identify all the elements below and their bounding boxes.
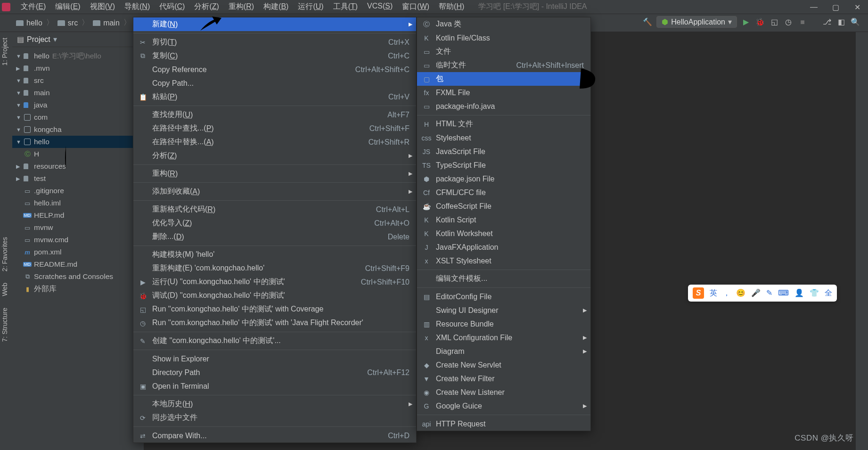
debug-button[interactable]: 🐞 xyxy=(755,17,765,27)
tree-node[interactable]: ▭.gitignore xyxy=(12,185,144,197)
menu-item[interactable]: JJavaFXApplication xyxy=(417,240,590,254)
menu-item[interactable]: Copy ReferenceCtrl+Alt+Shift+C xyxy=(133,63,416,76)
menu-重构[interactable]: 重构(R) xyxy=(224,0,259,14)
tree-node[interactable]: ⧉Scratches and Consoles xyxy=(12,270,144,283)
menu-item[interactable]: Swing UI Designer▶ xyxy=(417,303,590,317)
menu-item[interactable]: 本地历史(H)▶ xyxy=(133,397,416,411)
menu-导航[interactable]: 导航(N) xyxy=(120,0,155,14)
menu-item[interactable]: ◷Run ''com.kongchao.hello' 中的测试' with 'J… xyxy=(133,316,416,330)
menu-item[interactable]: 编辑文件模板... xyxy=(417,272,590,286)
run-configuration-selector[interactable]: ⬢ HelloApplication ▾ xyxy=(656,16,737,28)
menu-item[interactable]: ▣Open in Terminal xyxy=(133,379,416,393)
tree-node[interactable]: com xyxy=(12,111,144,123)
ime-segment[interactable]: 😊 xyxy=(736,288,745,298)
profiler-button[interactable]: ◷ xyxy=(783,17,794,27)
menu-item[interactable]: Diagram▶ xyxy=(417,344,590,358)
menu-窗口[interactable]: 窗口(W) xyxy=(397,0,434,14)
breadcrumb-segment[interactable]: main xyxy=(91,18,122,28)
menu-item[interactable]: 在路径中查找...(P)Ctrl+Shift+F xyxy=(133,122,416,135)
tree-node[interactable]: mpom.xml xyxy=(12,246,144,258)
tree-node[interactable]: MDREADME.md xyxy=(12,258,144,270)
menu-item[interactable]: 优化导入(Z)Ctrl+Alt+O xyxy=(133,216,416,230)
menu-VCS[interactable]: VCS(S) xyxy=(362,0,397,14)
menu-运行[interactable]: 运行(U) xyxy=(293,0,328,14)
context-menu[interactable]: 新建(N)▶✂剪切(T)Ctrl+X⧉复制(C)Ctrl+CCopy Refer… xyxy=(133,17,417,443)
tree-node[interactable]: src xyxy=(12,74,144,87)
menu-item[interactable]: TSTypeScript File xyxy=(417,158,590,172)
menu-item[interactable]: ✎创建 ''com.kongchao.hello' 中的测试'... xyxy=(133,334,416,348)
menu-item[interactable]: KKotlin Script xyxy=(417,213,590,227)
menu-item[interactable]: ✂剪切(T)Ctrl+X xyxy=(133,35,416,49)
menu-item[interactable]: ▥Resource Bundle xyxy=(417,317,590,331)
menu-item[interactable]: GGoogle Guice▶ xyxy=(417,399,590,413)
menu-item[interactable]: 在路径中替换...(A)Ctrl+Shift+R xyxy=(133,135,416,149)
menu-item[interactable]: ⬢package.json File xyxy=(417,172,590,186)
stop-button[interactable]: ■ xyxy=(797,17,808,27)
menu-item[interactable]: ⧉复制(C)Ctrl+C xyxy=(133,49,416,63)
menu-item[interactable]: xXML Configuration File▶ xyxy=(417,331,590,344)
menu-item[interactable]: apiHTTP Request xyxy=(417,417,590,431)
menu-item[interactable]: HHTML 文件 xyxy=(417,117,590,131)
menu-item[interactable]: Copy Path... xyxy=(133,76,416,90)
tree-node[interactable]: kongcha xyxy=(12,123,144,136)
menu-item[interactable]: CfCFML/CFC file xyxy=(417,186,590,199)
side-tab-web[interactable]: Web xyxy=(0,277,9,302)
ime-segment[interactable]: 全 xyxy=(825,288,832,298)
tree-node[interactable]: helloE:\学习吧\hello xyxy=(12,50,144,62)
minimize-button[interactable]: — xyxy=(803,0,825,14)
tree-node[interactable]: ▭hello.iml xyxy=(12,197,144,209)
menu-item[interactable]: ▭文件 xyxy=(417,45,590,58)
tree-node[interactable]: MDHELP.md xyxy=(12,209,144,221)
menu-视图[interactable]: 视图(V) xyxy=(85,0,120,14)
menu-item[interactable]: 添加到收藏(A)▶ xyxy=(133,185,416,198)
menu-代码[interactable]: 代码(C) xyxy=(155,0,189,14)
tree-node[interactable]: ▭mvnw xyxy=(12,221,144,234)
build-button[interactable]: 🔨 xyxy=(642,17,653,27)
menu-item[interactable]: ▭临时文件Ctrl+Alt+Shift+Insert xyxy=(417,58,590,72)
menu-item[interactable]: 重构(R)▶ xyxy=(133,167,416,180)
tree-node[interactable]: .mvn xyxy=(12,62,144,74)
menu-item[interactable]: cssStylesheet xyxy=(417,131,590,145)
ime-segment[interactable]: 🎤 xyxy=(751,288,761,298)
tree-node[interactable]: java xyxy=(12,99,144,111)
project-tree[interactable]: helloE:\学习吧\hello.mvnsrcmainjavacomkongc… xyxy=(12,47,144,298)
layout-button[interactable]: ◧ xyxy=(836,17,846,27)
menu-item[interactable]: ▼Create New Filter xyxy=(417,372,590,385)
menu-item[interactable]: 重新构建(E) 'com.kongchao.hello'Ctrl+Shift+F… xyxy=(133,262,416,275)
ime-toolbar[interactable]: S 英，😊🎤✎⌨👤👕全 xyxy=(688,285,837,302)
menu-item[interactable]: KKotlin File/Class xyxy=(417,31,590,45)
tree-node[interactable]: hello xyxy=(12,136,144,148)
side-tab-structure[interactable]: 7: Structure xyxy=(0,302,9,347)
breadcrumb[interactable]: hello〉src〉main〉 xyxy=(0,18,147,28)
menu-分析[interactable]: 分析(Z) xyxy=(189,0,223,14)
menu-item[interactable]: ▶运行(U) ''com.kongchao.hello' 中的测试'Ctrl+S… xyxy=(133,275,416,289)
run-button[interactable]: ▶ xyxy=(741,17,751,27)
menu-item[interactable]: ⇄Compare With...Ctrl+D xyxy=(133,429,416,442)
menu-编辑[interactable]: 编辑(E) xyxy=(50,0,85,14)
menu-item[interactable]: ◉Create New Listener xyxy=(417,385,590,399)
tree-node[interactable]: ⒸH xyxy=(12,148,144,160)
tree-node[interactable]: ▮外部库 xyxy=(12,283,144,295)
menu-构建[interactable]: 构建(B) xyxy=(259,0,293,14)
menu-item[interactable]: ☕CoffeeScript File xyxy=(417,199,590,213)
menu-item[interactable]: fxFXML File xyxy=(417,86,590,99)
menu-item[interactable]: KKotlin Worksheet xyxy=(417,227,590,240)
menu-item[interactable]: 查找使用(U)Alt+F7 xyxy=(133,108,416,122)
menu-item[interactable]: 构建模块(M) 'hello' xyxy=(133,248,416,262)
menu-item[interactable]: Directory PathCtrl+Alt+F12 xyxy=(133,366,416,379)
menu-item[interactable]: JSJavaScript File xyxy=(417,145,590,158)
menu-文件[interactable]: 文件(E) xyxy=(16,0,50,14)
menu-item[interactable]: 重新格式化代码(R)Ctrl+Alt+L xyxy=(133,203,416,216)
menu-item[interactable]: ◆Create New Servlet xyxy=(417,358,590,372)
breadcrumb-segment[interactable]: hello xyxy=(14,18,44,28)
menu-item[interactable]: 分析(Z)▶ xyxy=(133,149,416,163)
menu-item[interactable]: Show in Explorer xyxy=(133,352,416,366)
menu-item[interactable]: ⟳同步选中文件 xyxy=(133,411,416,425)
menu-item[interactable]: 删除...(D)Delete xyxy=(133,230,416,244)
menu-item[interactable]: ◱Run ''com.kongchao.hello' 中的测试' with Co… xyxy=(133,303,416,316)
side-tab-project[interactable]: 1: Project xyxy=(0,32,9,71)
breadcrumb-segment[interactable]: src xyxy=(56,18,80,28)
git-button[interactable]: ⎇ xyxy=(822,17,832,27)
ime-segment[interactable]: ✎ xyxy=(766,288,772,298)
search-everywhere-button[interactable]: 🔍 xyxy=(850,17,860,27)
